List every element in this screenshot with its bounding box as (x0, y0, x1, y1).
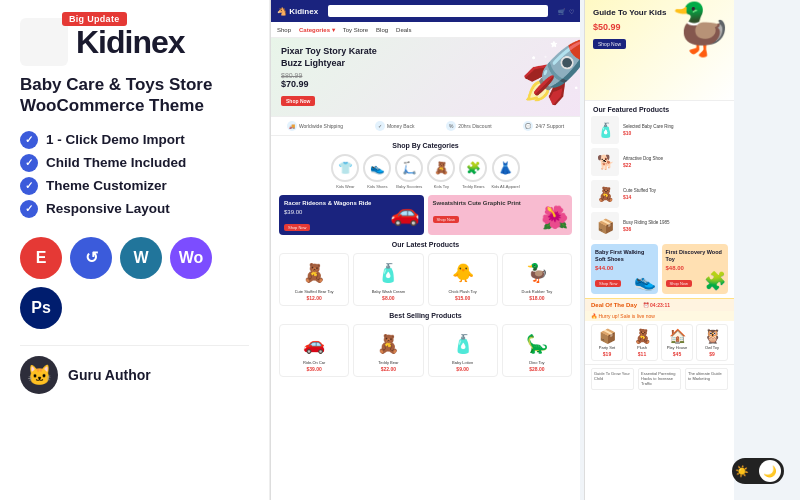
deal-title: Deal Of The Day (591, 302, 637, 308)
product-img-4: 🦆 (507, 258, 567, 288)
side-screenshot: Guide To Your Kids $50.99 Shop Now 🦆 Our… (584, 0, 734, 500)
bestsell-card-2[interactable]: 🧸 Teddy Bear $22.00 (353, 324, 423, 377)
featured-title: Our Featured Products (585, 100, 734, 116)
side-promo2-cta[interactable]: Shop Now (666, 280, 692, 287)
side-hero-cta[interactable]: Shop Now (593, 39, 626, 49)
latest-products-title: Our Latest Products (279, 241, 572, 248)
featured-info-3: Cute Stuffed Toy $14 (623, 188, 728, 200)
deal-item-4[interactable]: 🦉 Owl Toy $9 (696, 324, 728, 361)
product-card-2[interactable]: 🧴 Baby Wash Cream $8.00 (353, 253, 423, 306)
product-price-1: $12.00 (284, 295, 344, 301)
cat-img-girls: 👗 (492, 154, 520, 182)
bestselling-section: Best Selling Products 🚗 Ride-On Car $39.… (271, 312, 580, 377)
featured-item-1[interactable]: 🧴 Selected Baby Care Ring $10 (591, 116, 728, 144)
mock-nav-logo: 🐴 Kidinex (277, 7, 318, 16)
cat-shoes[interactable]: 👟 Kids Shoes (363, 154, 391, 189)
bestsell-img-4: 🦕 (507, 329, 567, 359)
promo2-cta[interactable]: Shop Now (433, 216, 459, 223)
tagline: Baby Care & Toys Store WooCommerce Theme (20, 74, 249, 117)
bestsell-img-3: 🧴 (433, 329, 493, 359)
blog-link-1[interactable]: Guide To Grow Your Child (591, 368, 634, 390)
featured-img-2: 🐕 (591, 148, 619, 176)
featured-price-2: $22 (623, 162, 728, 168)
latest-products-section: Our Latest Products 🧸 Cute Stuffed Bear … (271, 241, 580, 306)
menu-toys: Toy Store (343, 27, 368, 33)
bestsell-img-1: 🚗 (284, 329, 344, 359)
side-promo1-cta[interactable]: Shop Now (595, 280, 621, 287)
categories-grid: 👕 Kids Wear 👟 Kids Shoes 🛴 Baby Scooters… (279, 154, 572, 189)
bottom-links-row: Guide To Grow Your Child Essential Paren… (585, 364, 734, 393)
deal-item-2[interactable]: 🧸 Plush $11 (626, 324, 658, 361)
product-card-1[interactable]: 🧸 Cute Stuffed Bear Toy $12.00 (279, 253, 349, 306)
features-list: ✓ 1 - Click Demo Import ✓ Child Theme In… (20, 131, 249, 223)
product-img-2: 🧴 (358, 258, 418, 288)
cat-label-shoes: Kids Shoes (367, 184, 387, 189)
guarantee-icon: ✓ (375, 121, 385, 131)
cat-label-girls: Kids All-Apparel (491, 184, 519, 189)
brand-text-wrap: Big Update Kidinex (76, 26, 185, 58)
mock-hero-cta[interactable]: Shop Now (281, 96, 315, 106)
author-area: 🐱 Guru Author (20, 345, 249, 394)
cat-teddy[interactable]: 🧩 Teddy Bears (459, 154, 487, 189)
featured-item-2[interactable]: 🐕 Attractive Dog Shoe $22 (591, 148, 728, 176)
bestsell-price-2: $22.00 (358, 366, 418, 372)
menu-categories: Categories ▾ (299, 26, 335, 33)
mock-nav-search (328, 5, 548, 17)
promo-banner-1[interactable]: Racer Rideons & Wagons Ride $39.00 Shop … (279, 195, 424, 235)
bestsell-card-4[interactable]: 🦕 Dino Toy $28.00 (502, 324, 572, 377)
tech-icons-row: E ↺ W Wo Ps (20, 237, 249, 329)
feature-item-1: ✓ 1 - Click Demo Import (20, 131, 249, 149)
deal-img-1: 📦 (595, 328, 619, 344)
promo1-cta[interactable]: Shop Now (284, 224, 310, 231)
deal-item-3[interactable]: 🏠 Play House $45 (661, 324, 693, 361)
check-icon-3: ✓ (20, 177, 38, 195)
side-promo-1[interactable]: Baby First Walking Soft Shoes $44.00 Sho… (591, 244, 658, 294)
moon-icon: 🌙 (759, 460, 781, 482)
bestsell-card-3[interactable]: 🧴 Baby Lotion $9.00 (428, 324, 498, 377)
promo-banner-2[interactable]: Sweatshirts Cute Graphic Print Shop Now … (428, 195, 573, 235)
cat-scooters[interactable]: 🛴 Baby Scooters (395, 154, 423, 189)
tech-woocommerce-icon: Wo (170, 237, 212, 279)
right-panel: 🐴 Kidinex 🛒 ♡ Shop Categories ▾ Toy Stor… (270, 0, 800, 500)
mock-nav-cart: 🛒 (558, 8, 565, 15)
product-img-3: 🐥 (433, 258, 493, 288)
mock-nav-links: 🛒 ♡ (558, 8, 574, 15)
service-discount: % 20hrs Discount (446, 121, 491, 131)
featured-price-4: $36 (623, 226, 728, 232)
feature-item-3: ✓ Theme Customizer (20, 177, 249, 195)
product-card-3[interactable]: 🐥 Chick Plush Toy $15.00 (428, 253, 498, 306)
featured-item-4[interactable]: 📦 Busy Riding Slide 1985 $36 (591, 212, 728, 240)
cat-girls[interactable]: 👗 Kids All-Apparel (491, 154, 519, 189)
cat-label-toys: Kids Toy (434, 184, 449, 189)
blog-link-3[interactable]: The ultimate Guide to Marketing (685, 368, 728, 390)
discount-icon: % (446, 121, 456, 131)
support-icon: 💬 (523, 121, 533, 131)
bestsell-card-1[interactable]: 🚗 Ride-On Car $39.00 (279, 324, 349, 377)
featured-item-3[interactable]: 🧸 Cute Stuffed Toy $14 (591, 180, 728, 208)
product-price-4: $18.00 (507, 295, 567, 301)
featured-info-4: Busy Riding Slide 1985 $36 (623, 220, 728, 232)
deal-img-4: 🦉 (700, 328, 724, 344)
featured-price-1: $10 (623, 130, 728, 136)
check-icon-4: ✓ (20, 200, 38, 218)
cat-kidswear[interactable]: 👕 Kids Wear (331, 154, 359, 189)
product-img-1: 🧸 (284, 258, 344, 288)
cat-img-scooters: 🛴 (395, 154, 423, 182)
dark-mode-toggle[interactable]: ☀️ 🌙 (732, 458, 784, 484)
blog-link-2[interactable]: Essential Parenting Hacks to Increase Tr… (638, 368, 681, 390)
side-promo-2[interactable]: First Discovery Wood Toy $48.00 Shop Now… (662, 244, 729, 294)
mock-navbar: 🐴 Kidinex 🛒 ♡ (271, 0, 580, 22)
deal-item-1[interactable]: 📦 Party Set $19 (591, 324, 623, 361)
side-promo2-title: First Discovery Wood Toy (666, 249, 725, 263)
side-promo1-title: Baby First Walking Soft Shoes (595, 249, 654, 263)
author-label: Guru Author (68, 367, 151, 383)
svg-rect-0 (20, 18, 68, 66)
side-hero-character: 🦆 (670, 4, 732, 54)
deal-img-3: 🏠 (665, 328, 689, 344)
bestsell-price-1: $39.00 (284, 366, 344, 372)
product-card-4[interactable]: 🦆 Duck Rubber Toy $18.00 (502, 253, 572, 306)
check-icon-2: ✓ (20, 154, 38, 172)
cat-toys[interactable]: 🧸 Kids Toy (427, 154, 455, 189)
tech-redux-icon: ↺ (70, 237, 112, 279)
side-promo-banners: Baby First Walking Soft Shoes $44.00 Sho… (585, 240, 734, 298)
